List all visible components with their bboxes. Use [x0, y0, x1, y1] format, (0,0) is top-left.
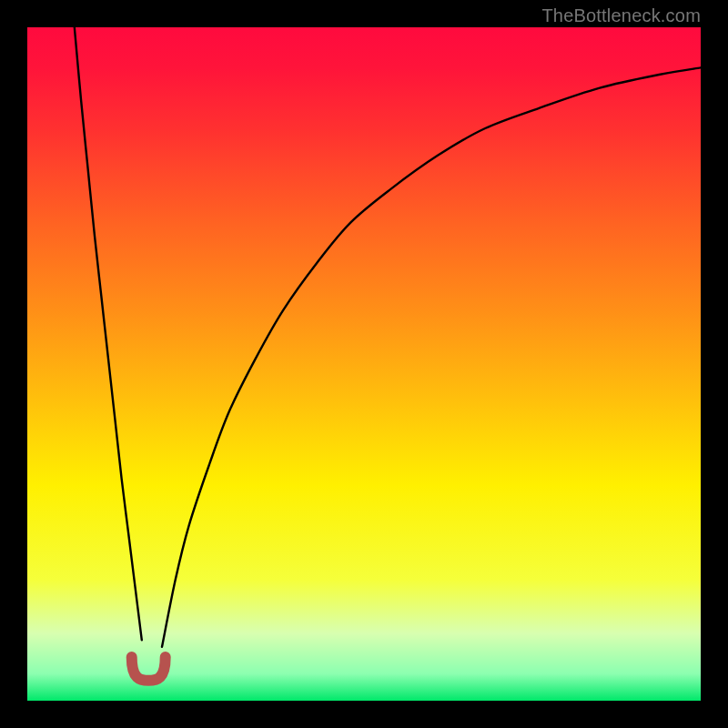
curve-layer — [27, 27, 701, 701]
minimum-marker — [132, 657, 166, 681]
curve-right-branch — [162, 67, 701, 646]
plot-area — [27, 27, 701, 701]
curve-left-branch — [75, 27, 142, 640]
watermark-text: TheBottleneck.com — [541, 5, 701, 26]
chart-frame: TheBottleneck.com — [0, 0, 728, 728]
